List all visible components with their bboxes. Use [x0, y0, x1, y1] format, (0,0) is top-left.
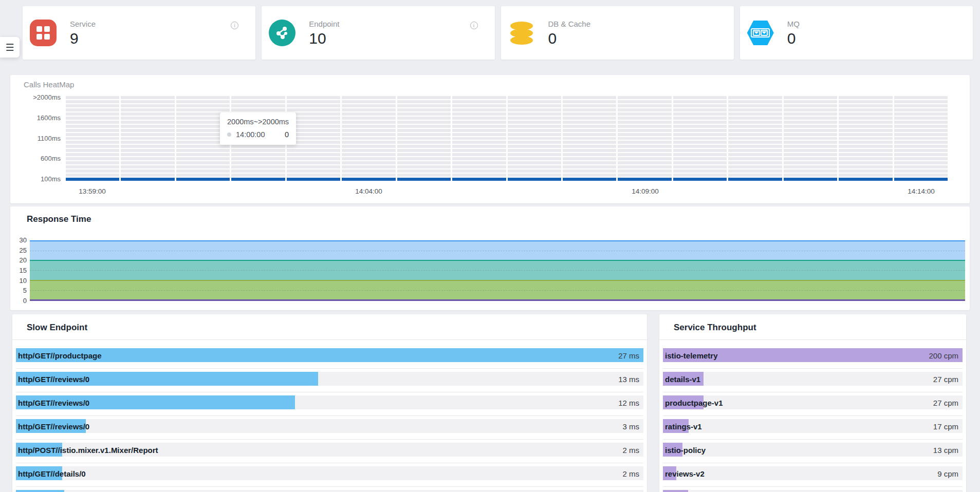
heatmap-cell[interactable] — [231, 165, 285, 168]
sidebar-menu-button[interactable]: ☰ — [0, 37, 20, 58]
heatmap-cell[interactable] — [121, 133, 174, 136]
service-throughput-bar[interactable]: istio-telemetry200 cpm — [663, 348, 963, 362]
heatmap-cell[interactable] — [728, 125, 782, 128]
heatmap-cell[interactable] — [618, 108, 671, 111]
heatmap-cell[interactable] — [342, 178, 395, 181]
heatmap-cell[interactable] — [894, 112, 948, 116]
heatmap-cell[interactable] — [784, 133, 837, 136]
heatmap-cell[interactable] — [231, 96, 285, 99]
heatmap-cell[interactable] — [397, 141, 451, 144]
heatmap-cell[interactable] — [784, 104, 837, 107]
heatmap-cell[interactable] — [563, 145, 616, 148]
heatmap-cell[interactable] — [784, 121, 837, 124]
heatmap-cell[interactable] — [508, 100, 561, 103]
heatmap-cell[interactable] — [563, 100, 616, 103]
heatmap-cell[interactable] — [66, 125, 119, 128]
heatmap-cell[interactable] — [397, 157, 451, 160]
heatmap-cell[interactable] — [397, 100, 451, 103]
heatmap-cell[interactable] — [508, 165, 561, 168]
slow-endpoint-bar[interactable]: http/GET//productpage27 ms — [16, 348, 643, 362]
heatmap-cell[interactable] — [121, 174, 174, 177]
heatmap-cell[interactable] — [342, 169, 395, 173]
heatmap-cell[interactable] — [618, 161, 671, 164]
heatmap-cell[interactable] — [397, 121, 451, 124]
heatmap-cell[interactable] — [66, 117, 119, 120]
heatmap-cell[interactable] — [784, 125, 837, 128]
heatmap-cell[interactable] — [231, 161, 285, 164]
heatmap-cell[interactable] — [784, 165, 837, 168]
heatmap-cell[interactable] — [176, 145, 230, 148]
heatmap-cell[interactable] — [673, 169, 727, 173]
heatmap-cell[interactable] — [563, 169, 616, 173]
heatmap-cell[interactable] — [342, 145, 395, 148]
heatmap-cell[interactable] — [176, 100, 230, 103]
heatmap-cell[interactable] — [342, 153, 395, 156]
heatmap-cell[interactable] — [121, 153, 174, 156]
heatmap-cell[interactable] — [452, 141, 506, 144]
heatmap-cell[interactable] — [839, 165, 892, 168]
heatmap-cell[interactable] — [728, 112, 782, 116]
heatmap-cell[interactable] — [508, 137, 561, 140]
heatmap-cell[interactable] — [673, 121, 727, 124]
service-throughput-bar[interactable]: istio-policy13 cpm — [663, 443, 963, 457]
heatmap-cell[interactable] — [342, 133, 395, 136]
heatmap-cell[interactable] — [673, 165, 727, 168]
heatmap-cell[interactable] — [452, 100, 506, 103]
heatmap-cell[interactable] — [287, 145, 340, 148]
heatmap-cell[interactable] — [121, 121, 174, 124]
heatmap-cell[interactable] — [784, 145, 837, 148]
heatmap-cell[interactable] — [728, 161, 782, 164]
heatmap-cell[interactable] — [839, 96, 892, 99]
heatmap-cell[interactable] — [176, 108, 230, 111]
heatmap-cell[interactable] — [563, 174, 616, 177]
heatmap-cell[interactable] — [508, 157, 561, 160]
heatmap-cell[interactable] — [839, 145, 892, 148]
heatmap-cell[interactable] — [231, 149, 285, 152]
heatmap-cell[interactable] — [176, 178, 230, 181]
heatmap-cell[interactable] — [618, 137, 671, 140]
heatmap-cell[interactable] — [784, 157, 837, 160]
heatmap-cell[interactable] — [66, 161, 119, 164]
heatmap-cell[interactable] — [673, 117, 727, 120]
heatmap-cell[interactable] — [121, 117, 174, 120]
heatmap-cell[interactable] — [66, 137, 119, 140]
slow-endpoint-bar[interactable]: http/GET//reviews/012 ms — [16, 395, 643, 409]
info-icon[interactable]: i — [231, 22, 238, 29]
heatmap-cell[interactable] — [66, 108, 119, 111]
heatmap-cell[interactable] — [784, 174, 837, 177]
heatmap-cell[interactable] — [673, 137, 727, 140]
heatmap-cell[interactable] — [452, 153, 506, 156]
heatmap-cell[interactable] — [894, 133, 948, 136]
heatmap-cell[interactable] — [452, 133, 506, 136]
heatmap-cell[interactable] — [287, 104, 340, 107]
heatmap-cell[interactable] — [176, 149, 230, 152]
heatmap-cell[interactable] — [894, 117, 948, 120]
heatmap-cell[interactable] — [397, 137, 451, 140]
heatmap-cell[interactable] — [784, 149, 837, 152]
heatmap-cell[interactable] — [894, 121, 948, 124]
heatmap-cell[interactable] — [231, 174, 285, 177]
heatmap-cell[interactable] — [397, 129, 451, 132]
heatmap-cell[interactable] — [618, 133, 671, 136]
heatmap-cell[interactable] — [397, 108, 451, 111]
heatmap-cell[interactable] — [673, 112, 727, 116]
heatmap-cell[interactable] — [508, 121, 561, 124]
heatmap-cell[interactable] — [121, 129, 174, 132]
heatmap-cell[interactable] — [894, 165, 948, 168]
heatmap-cell[interactable] — [673, 157, 727, 160]
heatmap-cell[interactable] — [287, 100, 340, 103]
heatmap-cell[interactable] — [839, 137, 892, 140]
heatmap-cell[interactable] — [728, 141, 782, 144]
heatmap-cell[interactable] — [508, 149, 561, 152]
heatmap-cell[interactable] — [728, 165, 782, 168]
heatmap-cell[interactable] — [121, 141, 174, 144]
heatmap-cell[interactable] — [673, 145, 727, 148]
heatmap-cell[interactable] — [176, 174, 230, 177]
heatmap-cell[interactable] — [894, 153, 948, 156]
heatmap-cell[interactable] — [121, 161, 174, 164]
heatmap-cell[interactable] — [508, 141, 561, 144]
heatmap-cell[interactable] — [784, 161, 837, 164]
heatmap-cell[interactable] — [839, 178, 892, 181]
heatmap-cell[interactable] — [784, 129, 837, 132]
heatmap-cell[interactable] — [342, 161, 395, 164]
